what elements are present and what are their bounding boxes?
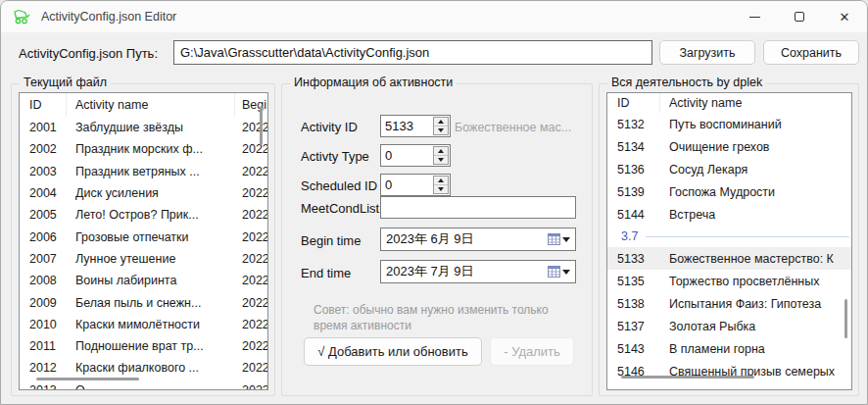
cell-id: 2004 — [20, 186, 67, 200]
cell-id: 5137 — [607, 320, 660, 333]
scheduled-id-down-button[interactable] — [434, 185, 448, 193]
all-activities-row[interactable]: 5135Торжество просветлённых — [607, 270, 851, 292]
activity-id-input[interactable] — [381, 116, 432, 136]
activity-type-input[interactable] — [381, 145, 432, 166]
column-header-begin[interactable]: Begi — [235, 93, 267, 117]
activity-id-up-button[interactable] — [434, 118, 448, 127]
cell-id: 5132 — [607, 118, 660, 131]
all-activities-row[interactable]: 5133Божественное мастерство: К — [607, 247, 851, 270]
save-button[interactable]: Сохранить — [763, 40, 859, 65]
all-activities-row[interactable]: 5146Священный призыв семерых — [607, 361, 851, 383]
cell-id: 5133 — [607, 252, 660, 266]
all-activities-group: Вся деятельность by dplek ID Activity na… — [599, 83, 859, 396]
current-file-row[interactable]: 2006Грозовые отпечатки2022 — [20, 226, 267, 247]
current-file-row[interactable]: 2011Подношение врат тр...2022 — [20, 335, 267, 357]
all-activities-row[interactable]: 5139Госпожа Мудрости — [607, 181, 851, 204]
current-file-row[interactable]: 2012Краски фиалкового ...2022 — [20, 357, 267, 379]
cell-begin: 2022 — [235, 274, 267, 287]
cell-id: 2002 — [20, 142, 67, 156]
current-file-row[interactable]: 2004Диск усиления2022 — [20, 182, 267, 204]
cell-name: Краски мимолётности — [67, 318, 235, 331]
path-label: ActivityConfig.json Путь: — [19, 46, 158, 61]
activity-type-spin-buttons — [433, 146, 449, 165]
cell-name: В пламени горна — [660, 342, 851, 356]
add-or-update-button[interactable]: √ Добавить или обновить — [304, 337, 482, 366]
close-button[interactable]: ✕ — [822, 1, 867, 32]
current-file-vertical-scrollbar[interactable] — [260, 106, 263, 145]
load-button[interactable]: Загрузить — [659, 40, 755, 65]
arrow-up-icon — [438, 149, 444, 153]
current-file-row[interactable]: 2013О...2022 — [20, 380, 267, 389]
all-activities-row[interactable]: 5134Очищение грехов — [607, 135, 851, 158]
current-file-list: ID Activity name Begi 2001Заблудшие звёз… — [19, 92, 268, 390]
activity-type-label: Activty Type — [301, 149, 369, 164]
all-activities-horizontal-scrollbar[interactable] — [621, 376, 754, 379]
current-file-row[interactable]: 2009Белая пыль и снежн...2022 — [20, 291, 267, 313]
all-activities-row[interactable]: 5137Золотая Рыбка — [607, 316, 851, 338]
begin-time-label: Begin time — [301, 233, 361, 248]
meetcondlist-input[interactable] — [380, 196, 576, 219]
cell-id: 5144 — [607, 208, 660, 222]
column-header-activity-name[interactable]: Activity name — [67, 93, 235, 117]
current-file-row[interactable]: 2003Праздник ветряных ...2022 — [20, 161, 267, 182]
dropdown-caret-icon — [562, 237, 570, 242]
minimize-button[interactable] — [732, 1, 777, 32]
group-separator-line — [646, 236, 849, 237]
end-time-picker[interactable]: 2023年 7月 9日 — [380, 260, 576, 283]
cell-name: Белая пыль и снежн... — [67, 296, 235, 310]
current-file-horizontal-scrollbar[interactable] — [36, 378, 139, 380]
cell-name: Золотая Рыбка — [660, 320, 851, 333]
cell-id: 5138 — [607, 297, 660, 311]
all-activities-row[interactable]: 5143В пламени горна — [607, 338, 851, 361]
activity-id-down-button[interactable] — [434, 127, 448, 134]
scheduled-id-input[interactable] — [381, 175, 432, 195]
path-input[interactable] — [173, 40, 652, 65]
activity-type-down-button[interactable] — [434, 156, 448, 164]
cell-begin: 2022 — [235, 383, 267, 389]
current-file-row[interactable]: 2002Праздник морских ф...2022 — [20, 138, 267, 160]
current-file-row[interactable]: 2007Лунное утешение2022 — [20, 248, 267, 270]
cell-begin: 2022 — [235, 208, 267, 222]
all-activities-row[interactable]: 5138Испытания Фаиз: Гипотеза — [607, 292, 851, 315]
window-title: ActivityConfig.json Editor — [41, 10, 176, 24]
column-header-id[interactable]: ID — [607, 93, 660, 113]
current-file-row[interactable]: 2010Краски мимолётности2022 — [20, 314, 267, 335]
minimize-icon — [749, 17, 760, 18]
cell-name: Сосуд Лекаря — [660, 163, 851, 177]
delete-button[interactable]: - Удалить — [490, 337, 574, 366]
cell-name: Встреча — [660, 208, 851, 222]
end-time-value: 2023年 7月 9日 — [381, 263, 548, 280]
cell-id: 5134 — [607, 140, 660, 154]
scheduled-id-spinner — [380, 174, 451, 196]
scheduled-id-up-button[interactable] — [434, 177, 448, 185]
all-activities-row[interactable]: 5144Встреча — [607, 204, 851, 227]
all-activities-row[interactable]: 5136Сосуд Лекаря — [607, 158, 851, 180]
scheduled-id-label: Scheduled ID — [301, 178, 377, 193]
column-header-activity-name[interactable]: Activity name — [660, 93, 851, 113]
cell-id: 2012 — [20, 361, 67, 375]
arrow-down-icon — [438, 128, 444, 132]
cell-name: Торжество просветлённых — [660, 275, 851, 288]
all-activities-vertical-scrollbar[interactable] — [844, 299, 847, 338]
cell-id: 2013 — [20, 383, 67, 389]
activity-info-group-label: Информация об активности — [290, 76, 457, 89]
titlebar: ActivityConfig.json Editor ✕ — [1, 1, 867, 32]
column-header-id[interactable]: ID — [20, 93, 67, 117]
cell-id: 2003 — [20, 165, 67, 178]
cell-id: 2006 — [20, 230, 67, 244]
maximize-button[interactable] — [777, 1, 822, 32]
current-file-row[interactable]: 2005Лето! Остров? Прик...2022 — [20, 204, 267, 226]
begin-time-picker[interactable]: 2023年 6月 9日 — [380, 228, 576, 251]
all-activities-row[interactable]: 5132Путь воспоминаний — [607, 113, 851, 135]
cell-name: Лето! Остров? Прик... — [67, 208, 235, 222]
cell-id: 2001 — [20, 121, 67, 134]
current-file-row[interactable]: 2001Заблудшие звёзды2022 — [20, 117, 267, 138]
cell-name: О... — [67, 383, 235, 389]
activity-type-up-button[interactable] — [434, 147, 448, 156]
activity-id-spinner — [380, 115, 451, 137]
current-file-row[interactable]: 2008Воины лабиринта2022 — [20, 270, 267, 291]
cell-name: Испытания Фаиз: Гипотеза — [660, 297, 851, 311]
cell-id: 2007 — [20, 252, 67, 266]
list-group-header: 3.7 — [607, 227, 851, 247]
activity-type-spinner — [380, 144, 451, 167]
